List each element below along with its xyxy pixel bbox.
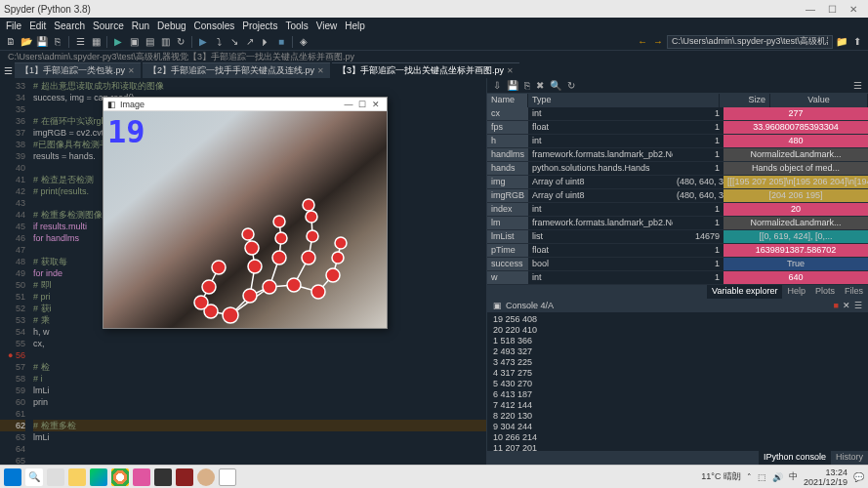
pypi-icon[interactable]: ◈ bbox=[297, 35, 310, 49]
tab-history[interactable]: History bbox=[831, 451, 868, 465]
tab-ipython[interactable]: IPython console bbox=[759, 451, 831, 465]
tab-var-explorer[interactable]: Variable explorer bbox=[707, 285, 782, 299]
task-view-icon[interactable] bbox=[47, 468, 64, 486]
new-file-icon[interactable]: 🗎 bbox=[4, 35, 18, 49]
var-row[interactable]: indexint120 bbox=[487, 203, 868, 217]
col-name[interactable]: Name bbox=[487, 94, 528, 107]
step-out-icon[interactable]: ↗ bbox=[243, 35, 257, 49]
close-icon[interactable]: ✕ bbox=[317, 66, 324, 75]
console-collapse-icon[interactable]: ▣ bbox=[493, 301, 502, 310]
minimize-button[interactable]: — bbox=[800, 4, 821, 15]
spyder-icon[interactable] bbox=[176, 468, 193, 486]
menu-debug[interactable]: Debug bbox=[153, 20, 189, 31]
var-row[interactable]: cxint1277 bbox=[487, 107, 868, 121]
var-row[interactable]: successbool1True bbox=[487, 258, 868, 271]
menu-search[interactable]: Search bbox=[50, 20, 89, 31]
run-selection-icon[interactable]: ▥ bbox=[158, 35, 172, 49]
menu-run[interactable]: Run bbox=[128, 20, 153, 31]
clock[interactable]: 13:242021/12/19 bbox=[804, 468, 847, 487]
save-all-data-icon[interactable]: ⎘ bbox=[524, 80, 530, 91]
maximize-button[interactable]: ☐ bbox=[821, 4, 843, 15]
var-row[interactable]: handspython.solutions.hands.Hands1Hands … bbox=[487, 162, 868, 176]
search-icon[interactable]: 🔍 bbox=[25, 468, 43, 486]
notification-icon[interactable]: 💬 bbox=[853, 472, 864, 482]
tab-browse-icon[interactable]: ☰ bbox=[4, 65, 13, 76]
save-data-icon[interactable]: 💾 bbox=[507, 80, 518, 91]
image-popup[interactable]: ◧ Image — ☐ ✕ 19 bbox=[103, 97, 388, 329]
close-icon[interactable]: ✕ bbox=[128, 66, 135, 75]
tray-ime-icon[interactable]: 中 bbox=[789, 470, 798, 483]
menu-projects[interactable]: Projects bbox=[238, 20, 281, 31]
app-icon-3[interactable] bbox=[197, 468, 215, 486]
edge-icon[interactable] bbox=[90, 468, 107, 486]
close-button[interactable]: ✕ bbox=[843, 4, 864, 15]
tab-plots[interactable]: Plots bbox=[810, 285, 840, 299]
fullscreen-icon[interactable]: ▦ bbox=[89, 35, 103, 49]
app-icon[interactable] bbox=[133, 468, 150, 486]
var-row[interactable]: lmListlist14679[[0, 619, 424], [0,... bbox=[487, 230, 868, 244]
explorer-icon[interactable] bbox=[68, 468, 86, 486]
menu-file[interactable]: File bbox=[2, 20, 25, 31]
console-output[interactable]: 19 256 40820 220 4101 518 3662 493 3273 … bbox=[487, 312, 868, 451]
run-last-icon[interactable]: ↻ bbox=[174, 35, 187, 49]
continue-icon[interactable]: ⏵ bbox=[259, 35, 272, 49]
tab-help[interactable]: Help bbox=[782, 285, 810, 299]
menu-consoles[interactable]: Consoles bbox=[190, 20, 239, 31]
tray-up-icon[interactable]: ˄ bbox=[747, 472, 752, 482]
step-over-icon[interactable]: ⤵ bbox=[212, 35, 226, 49]
popup-minimize-icon[interactable]: — bbox=[342, 100, 355, 109]
editor-tab-2[interactable]: 【2】手部追踪一找手手部关键点及连线.py✕ bbox=[143, 62, 330, 78]
var-row[interactable]: wint1640 bbox=[487, 271, 868, 285]
start-button[interactable] bbox=[4, 468, 21, 486]
import-data-icon[interactable]: ⇩ bbox=[493, 80, 501, 91]
settings-icon[interactable]: ☰ bbox=[853, 80, 862, 91]
console-close-icon[interactable]: ✕ bbox=[843, 301, 850, 310]
run-icon[interactable]: ▶ bbox=[111, 35, 125, 49]
tray-volume-icon[interactable]: 🔊 bbox=[772, 472, 783, 482]
popup-close-icon[interactable]: ✕ bbox=[369, 100, 383, 109]
var-row[interactable]: hint1480 bbox=[487, 135, 868, 148]
menu-edit[interactable]: Edit bbox=[25, 20, 50, 31]
menu-view[interactable]: View bbox=[312, 20, 342, 31]
step-into-icon[interactable]: ↘ bbox=[227, 35, 241, 49]
save-icon[interactable]: 💾 bbox=[35, 35, 49, 49]
stop-debug-icon[interactable]: ■ bbox=[274, 35, 288, 49]
col-type[interactable]: Type bbox=[528, 94, 720, 107]
var-row[interactable]: imgArray of uint8(480, 640, 3)[[[195 207… bbox=[487, 176, 868, 189]
back-icon[interactable]: ← bbox=[636, 35, 649, 49]
menu-help[interactable]: Help bbox=[341, 20, 369, 31]
tray-network-icon[interactable]: ⬚ bbox=[758, 472, 766, 482]
console-menu-icon[interactable]: ☰ bbox=[854, 301, 862, 310]
save-all-icon[interactable]: ⎘ bbox=[51, 35, 64, 49]
working-dir-input[interactable] bbox=[667, 35, 833, 49]
app-icon-2[interactable] bbox=[154, 468, 172, 486]
col-size[interactable]: Size bbox=[720, 94, 770, 107]
debug-icon[interactable]: ▶ bbox=[196, 35, 210, 49]
console-title[interactable]: Console 4/A bbox=[502, 301, 830, 310]
menu-source[interactable]: Source bbox=[89, 20, 128, 31]
editor-tab-3[interactable]: 【3】手部追踪一找出关键点坐标并画图.py✕ bbox=[332, 62, 519, 78]
col-value[interactable]: Value bbox=[770, 94, 868, 107]
var-row[interactable]: lmframework.formats.landmark_pb2.Normali… bbox=[487, 217, 868, 230]
browse-dir-icon[interactable]: 📁 bbox=[835, 35, 848, 49]
editor-tab-1[interactable]: 【1】手部追踪一类包装.py✕ bbox=[15, 62, 141, 78]
weather-widget[interactable]: 11°C 晴朗 bbox=[701, 470, 741, 483]
parent-dir-icon[interactable]: ⬆ bbox=[850, 35, 864, 49]
popup-maximize-icon[interactable]: ☐ bbox=[355, 100, 369, 109]
open-file-icon[interactable]: 📂 bbox=[20, 35, 33, 49]
forward-icon[interactable]: → bbox=[651, 35, 665, 49]
tab-files[interactable]: Files bbox=[840, 285, 868, 299]
python-window-icon[interactable] bbox=[219, 468, 236, 486]
popup-titlebar[interactable]: ◧ Image — ☐ ✕ bbox=[103, 98, 387, 111]
remove-all-icon[interactable]: ✖ bbox=[536, 80, 544, 91]
var-row[interactable]: pTimefloat11639891387.586702 bbox=[487, 244, 868, 258]
max-pane-icon[interactable]: ☰ bbox=[73, 35, 87, 49]
var-row[interactable]: fpsfloat133.960800785393304 bbox=[487, 121, 868, 135]
refresh-icon[interactable]: ↻ bbox=[567, 80, 575, 91]
run-cell-next-icon[interactable]: ▤ bbox=[143, 35, 156, 49]
menu-tools[interactable]: Tools bbox=[281, 20, 311, 31]
var-row[interactable]: imgRGBArray of uint8(480, 640, 3)[204 20… bbox=[487, 189, 868, 203]
close-icon[interactable]: ✕ bbox=[507, 66, 514, 75]
search-var-icon[interactable]: 🔍 bbox=[550, 80, 561, 91]
chrome-icon[interactable] bbox=[111, 468, 129, 486]
